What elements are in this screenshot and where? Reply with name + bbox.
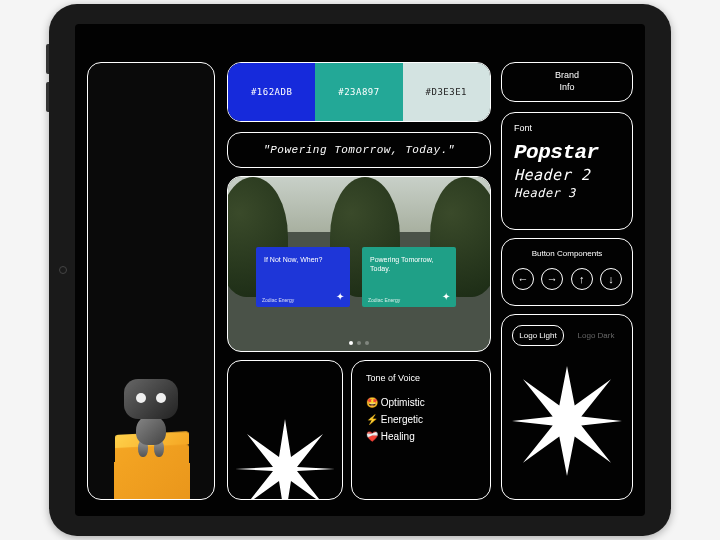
billboard-1-brand: Zodiac Energy: [262, 297, 294, 304]
billboard-1-headline: If Not Now, When?: [264, 255, 342, 264]
tab-logo-light[interactable]: Logo Light: [512, 325, 564, 346]
color-palette[interactable]: #162ADB #23A897 #D3E3E1: [227, 62, 491, 122]
font-h1: Popstar: [514, 141, 620, 164]
arrow-up-icon[interactable]: ↑: [571, 268, 593, 290]
font-h2: Header 2: [514, 166, 620, 184]
tablet-frame: #162ADB #23A897 #D3E3E1 "Powering Tomorr…: [49, 4, 671, 536]
brand-info-button[interactable]: BrandInfo: [501, 62, 633, 102]
billboard-1: If Not Now, When? ✦ Zodiac Energy: [256, 247, 350, 307]
tagline-card: "Powering Tomorrow, Today.": [227, 132, 491, 168]
tagline-text: "Powering Tomorrow, Today.": [263, 144, 455, 156]
tone-item-healing: ❤️‍🩹 Healing: [366, 431, 476, 442]
logo-preview: [512, 356, 622, 486]
swatch-1[interactable]: #162ADB: [228, 63, 315, 121]
home-button[interactable]: [59, 266, 67, 274]
sidebar-preview: [87, 62, 215, 500]
screen: #162ADB #23A897 #D3E3E1 "Powering Tomorr…: [75, 24, 645, 516]
mockup-preview[interactable]: If Not Now, When? ✦ Zodiac Energy Poweri…: [227, 176, 491, 352]
billboard-2-brand: Zodiac Energy: [368, 297, 400, 304]
tone-item-energetic: ⚡ Energetic: [366, 414, 476, 425]
carousel-dots[interactable]: [349, 341, 369, 345]
billboard-2: Powering Tomorrow, Today. ✦ Zodiac Energ…: [362, 247, 456, 307]
swatch-2[interactable]: #23A897: [315, 63, 402, 121]
tone-label: Tone of Voice: [366, 373, 476, 383]
button-components-label: Button Components: [512, 249, 622, 258]
brand-info-label: BrandInfo: [555, 70, 579, 93]
swatch-3[interactable]: #D3E3E1: [403, 63, 490, 121]
logo-mark-card: [227, 360, 343, 500]
tab-logo-dark[interactable]: Logo Dark: [570, 325, 622, 346]
arrow-left-icon[interactable]: ←: [512, 268, 534, 290]
billboard-2-headline: Powering Tomorrow, Today.: [370, 255, 448, 273]
arrow-right-icon[interactable]: →: [541, 268, 563, 290]
tone-of-voice-card: Tone of Voice 🤩 Optimistic ⚡ Energetic ❤…: [351, 360, 491, 500]
arrow-down-icon[interactable]: ↓: [600, 268, 622, 290]
logo-card: Logo Light Logo Dark: [501, 314, 633, 500]
font-label: Font: [514, 123, 620, 133]
tone-item-optimistic: 🤩 Optimistic: [366, 397, 476, 408]
star-icon: [235, 419, 335, 500]
mascot-illustration: [88, 239, 214, 499]
font-card: Font Popstar Header 2 Header 3: [501, 112, 633, 230]
button-components-card: Button Components ← → ↑ ↓: [501, 238, 633, 306]
font-h3: Header 3: [514, 186, 620, 200]
